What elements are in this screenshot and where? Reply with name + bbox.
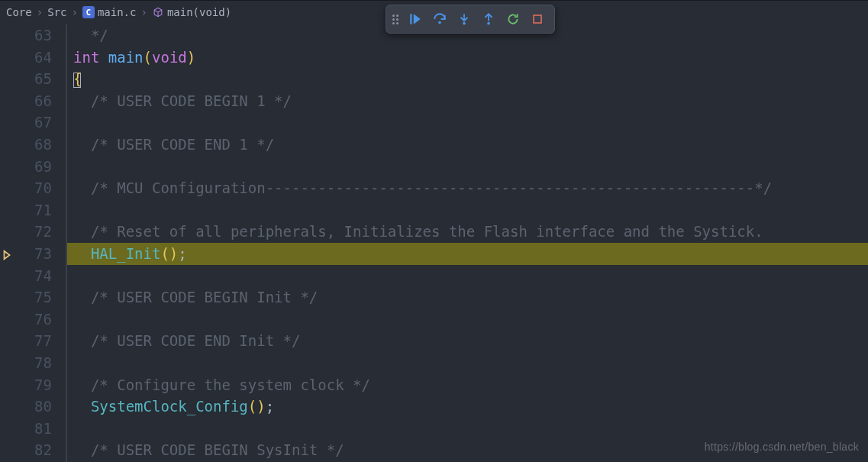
code-editor[interactable]: 6364656667686970717273747576777879808182… [0, 24, 868, 462]
chevron-right-icon: › [37, 6, 43, 18]
c-file-icon: C [82, 6, 95, 18]
code-line[interactable]: /* Reset of all peripherals, Initializes… [67, 221, 868, 243]
code-line[interactable] [67, 309, 868, 331]
line-number[interactable]: 82 [0, 439, 52, 461]
line-number[interactable]: 66 [0, 90, 52, 112]
breadcrumb-item-file[interactable]: C main.c [82, 6, 137, 18]
line-number[interactable]: 74 [0, 265, 52, 287]
code-line[interactable]: /* USER CODE BEGIN 1 */ [67, 90, 868, 112]
code-line[interactable]: HAL_Init(); [67, 243, 868, 265]
svg-rect-0 [410, 14, 411, 24]
code-line[interactable]: /* USER CODE END Init */ [67, 330, 868, 352]
stop-button[interactable] [527, 10, 548, 28]
line-number[interactable]: 73 [0, 243, 52, 265]
gutter[interactable]: 6364656667686970717273747576777879808182 [0, 24, 66, 462]
restart-button[interactable] [502, 10, 524, 28]
code-line[interactable]: { [67, 68, 868, 90]
line-number[interactable]: 79 [0, 374, 52, 396]
code-line[interactable]: /* Configure the system clock */ [67, 374, 868, 396]
continue-button[interactable] [405, 10, 426, 28]
line-number[interactable]: 64 [0, 47, 52, 69]
breadcrumb-item-core[interactable]: Core [6, 6, 32, 18]
step-out-button[interactable] [478, 10, 499, 28]
cube-icon [152, 6, 164, 18]
code-line[interactable]: /* MCU Configuration--------------------… [67, 177, 868, 199]
svg-point-1 [438, 21, 441, 24]
line-number[interactable]: 63 [0, 24, 52, 47]
line-number[interactable]: 80 [0, 396, 52, 418]
svg-point-2 [463, 22, 466, 25]
code-line[interactable] [67, 352, 868, 374]
code-line[interactable] [67, 111, 868, 134]
line-number[interactable]: 77 [0, 330, 52, 352]
line-number[interactable]: 67 [0, 111, 52, 134]
chevron-right-icon: › [71, 6, 77, 18]
code-line[interactable]: int main(void) [67, 47, 868, 69]
code-line[interactable]: SystemClock_Config(); [67, 396, 868, 418]
svg-rect-4 [534, 15, 541, 23]
chevron-right-icon: › [140, 6, 147, 18]
step-over-button[interactable] [429, 10, 450, 28]
line-number[interactable]: 76 [0, 309, 52, 331]
code-line[interactable] [67, 265, 868, 287]
line-number[interactable]: 78 [0, 352, 52, 374]
step-into-button[interactable] [453, 10, 475, 28]
watermark: https://blog.csdn.net/ben_black [705, 441, 859, 453]
line-number[interactable]: 81 [0, 418, 52, 440]
line-number[interactable]: 70 [0, 177, 52, 199]
line-number[interactable]: 68 [0, 134, 52, 156]
line-number[interactable]: 72 [0, 221, 52, 243]
line-number[interactable]: 75 [0, 286, 52, 309]
code-line[interactable]: /* USER CODE BEGIN Init */ [67, 286, 868, 309]
line-number[interactable]: 69 [0, 156, 52, 178]
breadcrumb-item-symbol[interactable]: main(void) [152, 6, 231, 18]
svg-point-3 [487, 22, 490, 25]
code-line[interactable] [67, 199, 868, 221]
code-line[interactable] [67, 418, 868, 440]
line-number[interactable]: 65 [0, 68, 52, 90]
breadcrumb-item-src[interactable]: Src [47, 6, 66, 18]
code-line[interactable]: /* USER CODE END 1 */ [67, 134, 868, 156]
drag-handle-icon[interactable] [392, 15, 402, 24]
line-number[interactable]: 71 [0, 199, 52, 221]
code-line[interactable] [67, 156, 868, 178]
debug-toolbar [386, 5, 555, 34]
